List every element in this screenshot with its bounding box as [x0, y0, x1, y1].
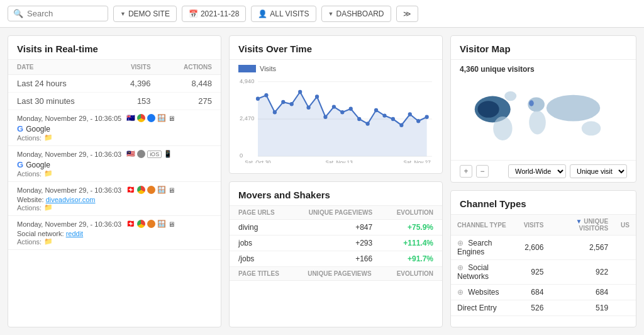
table-row: jobs +293 +111.4% [230, 236, 442, 251]
calendar-icon: 📅 [189, 9, 198, 18]
zoom-in-button[interactable]: + [460, 165, 472, 178]
all-visits-button[interactable]: 👤 ALL VISITS [251, 6, 316, 22]
search-box[interactable]: 🔍 [8, 6, 108, 21]
svg-point-22 [382, 113, 386, 117]
dashboard-button[interactable]: ▼ DASHBOARD [321, 6, 391, 22]
more-button[interactable]: ≫ [396, 6, 418, 22]
flag-icon: 🇦🇺 [126, 114, 135, 122]
visits-header: VISITS [518, 215, 550, 236]
svg-text:Sat, Nov 27: Sat, Nov 27 [404, 159, 431, 163]
table-row: /jobs +166 +91.7% [230, 251, 442, 267]
visitor-actions-row: Actions: 📁 [17, 203, 212, 212]
page-titles-section-header: PAGE TITLES UNIQUE PAGEVIEWS EVOLUTION [230, 267, 442, 281]
visitor-source-row: G Google [17, 124, 212, 133]
svg-point-23 [391, 117, 395, 121]
visitor-source-row: Website: diveadvisor.com [17, 196, 212, 203]
zoom-out-button[interactable]: − [476, 165, 489, 178]
folder-icon: 📁 [44, 133, 53, 142]
visitor-source: Google [26, 125, 50, 133]
middle-col: Visits Over Time Visits 4,940 2,470 0 [229, 35, 443, 327]
movers-title: Movers and Shakers [230, 182, 442, 206]
svg-point-38 [582, 122, 601, 136]
expand-icon[interactable]: ⊕ [457, 239, 464, 247]
expand-icon[interactable]: ⊕ [457, 288, 464, 297]
legend-line [238, 65, 256, 72]
svg-point-24 [399, 123, 403, 127]
svg-point-16 [332, 105, 336, 108]
unique-visitors-header: ▼ UNIQUE VISITORS [550, 215, 614, 236]
svg-text:Sat, Oct 30: Sat, Oct 30 [245, 159, 271, 163]
realtime-title: Visits in Real-time [8, 36, 221, 60]
svg-point-14 [315, 94, 319, 98]
svg-point-17 [340, 110, 344, 114]
main-content: Visits in Real-time DATE VISITS ACTIONS … [0, 28, 644, 335]
svg-text:4,940: 4,940 [240, 77, 254, 84]
page-urls-header: PAGE URLS [230, 206, 290, 220]
unique-pageviews-header: UNIQUE PAGEVIEWS [290, 206, 381, 220]
windows-icon: 🪟 [157, 186, 166, 194]
visitor-timestamp: Monday, November 29, - 10:36:03 [17, 186, 121, 194]
evolution-sub-header: EVOLUTION [397, 270, 433, 277]
svg-point-11 [290, 102, 294, 106]
visitor-timestamp: Monday, November 29, - 10:36:05 [17, 115, 121, 122]
tablet-icon: 📱 [164, 150, 172, 158]
svg-point-7 [256, 96, 260, 100]
svg-point-25 [408, 112, 412, 116]
chevron-down-icon2: ▼ [328, 11, 334, 17]
evolution-header: EVOLUTION [381, 206, 442, 220]
svg-point-39 [529, 100, 534, 106]
svg-point-37 [547, 95, 601, 122]
svg-point-26 [416, 119, 420, 123]
visitor-entry: Monday, November 29, - 10:36:03 🇨🇭 🪟 🖥 W… [8, 182, 221, 216]
visitor-icons: 🇨🇭 🪟 🖥 [126, 186, 175, 194]
visitor-entry: Monday, November 29, - 10:36:03 🇲🇾 iOS 📱… [8, 146, 221, 182]
visitor-actions-row: Actions: 📁 [17, 237, 212, 246]
channel-types-card: Channel Types CHANNEL TYPE VISITS ▼ UNIQ… [450, 190, 636, 327]
social-link[interactable]: reddit [66, 230, 84, 237]
svg-point-19 [357, 117, 361, 121]
visitor-map-card: Visitor Map 4,360 unique visitors [450, 35, 636, 183]
topbar: 🔍 ▼ DEMO SITE 📅 2021-11-28 👤 ALL VISITS … [0, 0, 644, 28]
date-button[interactable]: 📅 2021-11-28 [182, 6, 246, 22]
flag-icon: 🇨🇭 [126, 220, 135, 228]
svg-point-8 [264, 93, 268, 97]
search-input[interactable] [27, 9, 103, 18]
visitor-timestamp-row: Monday, November 29, - 10:36:03 🇨🇭 🪟 🖥 [17, 186, 212, 194]
visitor-entry: Monday, November 29, - 10:36:05 🇦🇺 🪟 🖥 G… [8, 110, 221, 146]
browser-icon2 [147, 114, 155, 122]
chrome-icon [137, 186, 145, 194]
chrome-icon [137, 220, 145, 228]
visitor-source-row: G Google [17, 160, 212, 169]
map-zoom-controls: + − [460, 165, 489, 178]
chrome-icon [137, 114, 145, 122]
visits-over-time-title: Visits Over Time [230, 36, 442, 60]
region-select[interactable]: World-Wide [508, 164, 566, 178]
us-header: US [614, 215, 636, 236]
google-icon: G [17, 124, 23, 133]
svg-point-12 [298, 90, 302, 94]
svg-text:0: 0 [240, 152, 243, 159]
unique-visitors-label: 4,360 unique visitors [460, 65, 627, 74]
visits-over-time-card: Visits Over Time Visits 4,940 2,470 0 [229, 35, 443, 174]
funnel-icon: ▼ [575, 218, 582, 225]
demo-site-button[interactable]: ▼ DEMO SITE [113, 6, 177, 22]
actions-col-header: ACTIONS [160, 60, 221, 75]
realtime-table: DATE VISITS ACTIONS Last 24 hours 4,396 … [8, 60, 221, 110]
table-row: Last 30 minutes 153 275 [8, 93, 221, 110]
svg-point-18 [349, 107, 353, 111]
table-row: ⊕ Search Engines 2,606 2,567 [451, 236, 636, 260]
svg-point-21 [374, 108, 378, 112]
map-select-controls: World-Wide Unique visit [508, 164, 627, 178]
other-browser-icon [147, 186, 155, 194]
visitor-icons: 🇨🇭 🪟 🖥 [126, 220, 175, 228]
user-icon: 👤 [258, 9, 267, 18]
table-row: diving +847 +75.9% [230, 220, 442, 236]
website-link[interactable]: diveadvisor.com [46, 196, 96, 203]
desktop-icon: 🖥 [168, 186, 175, 194]
metric-select[interactable]: Unique visit [570, 164, 627, 178]
svg-text:Sat, Nov 13: Sat, Nov 13 [326, 159, 353, 163]
table-row: ⊕ Social Networks 925 922 [451, 260, 636, 285]
visitor-map-title: Visitor Map [451, 36, 636, 60]
expand-icon[interactable]: ⊕ [457, 263, 464, 272]
svg-point-33 [504, 91, 516, 101]
